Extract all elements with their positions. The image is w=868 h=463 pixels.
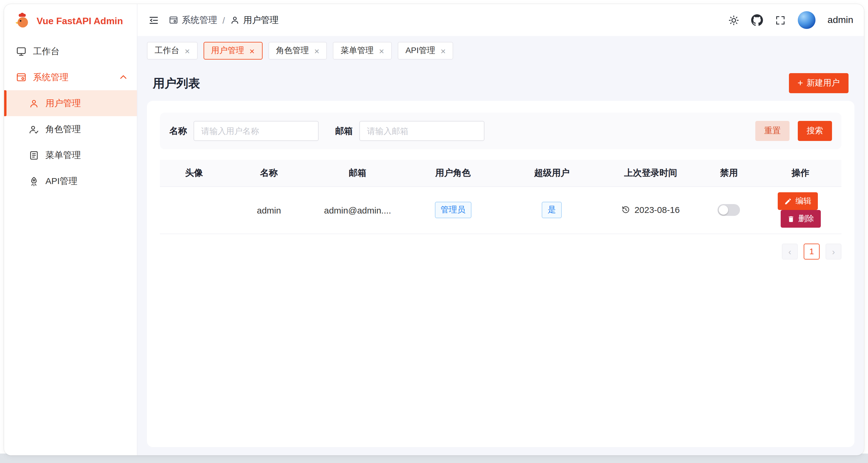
col-email: 邮箱 xyxy=(310,160,405,187)
tab-label: 用户管理 xyxy=(211,45,244,56)
sidebar-item-label: 角色管理 xyxy=(45,124,81,135)
github-icon xyxy=(751,14,763,26)
pagination-next-button[interactable]: › xyxy=(826,243,841,259)
pencil-icon xyxy=(784,197,792,205)
close-icon[interactable]: × xyxy=(185,46,190,55)
disabled-toggle[interactable] xyxy=(718,204,740,216)
role-badge: 管理员 xyxy=(435,202,471,218)
clock-history-icon xyxy=(621,205,630,214)
search-button[interactable]: 搜索 xyxy=(798,121,832,141)
user-list-card: 名称 邮箱 重置 搜索 xyxy=(147,101,855,447)
add-user-button[interactable]: + 新建用户 xyxy=(788,73,848,93)
tab-api[interactable]: API管理 × xyxy=(398,42,454,60)
col-last-login: 上次登录时间 xyxy=(603,160,698,187)
close-icon[interactable]: × xyxy=(314,46,319,55)
sidebar-item-workbench[interactable]: 工作台 xyxy=(4,38,137,64)
tab-workbench[interactable]: 工作台 × xyxy=(147,42,198,60)
page-header: 用户列表 + 新建用户 xyxy=(147,64,855,101)
cell-last-login: 2023-08-16 xyxy=(603,187,698,234)
cell-superuser: 是 xyxy=(501,187,603,234)
cell-actions: 编辑 删除 xyxy=(760,187,841,234)
pagination-prev-button[interactable]: ‹ xyxy=(782,243,798,259)
fullscreen-button[interactable] xyxy=(775,14,786,26)
sidebar-item-users[interactable]: 用户管理 xyxy=(4,90,137,116)
col-avatar: 头像 xyxy=(160,160,228,187)
sidebar-item-label: 系统管理 xyxy=(33,72,68,83)
logo[interactable]: Vue FastAPI Admin xyxy=(4,4,137,38)
app-window: Vue FastAPI Admin 工作台 系统管理 xyxy=(4,4,864,455)
github-link-button[interactable] xyxy=(751,14,763,26)
sidebar-menu: 工作台 系统管理 用户管理 xyxy=(4,38,137,194)
sidebar-item-menus[interactable]: 菜单管理 xyxy=(4,142,137,168)
cell-name: admin xyxy=(228,187,310,234)
sidebar-item-label: API管理 xyxy=(45,175,77,187)
breadcrumb-item-system[interactable]: 系统管理 xyxy=(169,14,217,26)
breadcrumb-label: 系统管理 xyxy=(182,14,217,26)
rocket-icon xyxy=(29,176,39,186)
pagination-page-1[interactable]: 1 xyxy=(804,243,819,259)
delete-label: 删除 xyxy=(798,213,814,224)
user-check-icon xyxy=(29,124,39,134)
edit-button[interactable]: 编辑 xyxy=(778,192,818,210)
cell-email: admin@admin.... xyxy=(310,187,405,234)
avatar[interactable] xyxy=(798,11,816,29)
name-filter-input[interactable] xyxy=(193,121,319,141)
superuser-badge: 是 xyxy=(542,202,562,218)
tab-label: 菜单管理 xyxy=(341,45,374,56)
monitor-icon xyxy=(16,46,27,57)
tab-label: 工作台 xyxy=(155,45,179,56)
user-icon xyxy=(29,98,39,108)
username[interactable]: admin xyxy=(828,15,853,25)
sidebar-collapse-button[interactable] xyxy=(148,14,159,26)
sidebar-item-label: 工作台 xyxy=(33,46,60,57)
tab-users[interactable]: 用户管理 × xyxy=(204,42,262,60)
col-disabled: 禁用 xyxy=(699,160,760,187)
close-icon[interactable]: × xyxy=(379,46,384,55)
breadcrumb: 系统管理 / 用户管理 xyxy=(169,14,279,26)
breadcrumb-separator: / xyxy=(222,15,225,25)
col-role: 用户角色 xyxy=(405,160,501,187)
col-superuser: 超级用户 xyxy=(501,160,603,187)
fullscreen-icon xyxy=(775,14,786,26)
table-row: admin admin@admin.... 管理员 是 xyxy=(160,187,841,234)
menu-fold-icon xyxy=(148,14,159,26)
last-login-value: 2023-08-16 xyxy=(634,204,679,214)
col-actions: 操作 xyxy=(760,160,841,187)
plus-icon: + xyxy=(798,78,803,88)
name-filter-label: 名称 xyxy=(169,125,187,136)
filter-bar: 名称 邮箱 重置 搜索 xyxy=(160,113,841,149)
sidebar-item-api[interactable]: API管理 xyxy=(4,168,137,194)
app-root: Vue FastAPI Admin 工作台 系统管理 xyxy=(0,0,868,463)
content-area: 用户列表 + 新建用户 名称 邮箱 重置 搜索 xyxy=(137,64,864,455)
app-title: Vue FastAPI Admin xyxy=(37,16,123,27)
tab-label: 角色管理 xyxy=(276,45,309,56)
tabs-bar: 工作台 × 用户管理 × 角色管理 × 菜单管理 × API管理 × xyxy=(137,36,864,64)
page-title: 用户列表 xyxy=(153,75,200,91)
delete-button[interactable]: 删除 xyxy=(780,210,820,228)
tab-menus[interactable]: 菜单管理 × xyxy=(333,42,392,60)
sidebar-item-system[interactable]: 系统管理 xyxy=(4,64,137,90)
email-filter-input[interactable] xyxy=(359,121,485,141)
table-header-row: 头像 名称 邮箱 用户角色 超级用户 上次登录时间 禁用 操作 xyxy=(160,160,841,187)
sidebar-item-label: 菜单管理 xyxy=(45,150,81,161)
close-icon[interactable]: × xyxy=(250,46,255,55)
edit-label: 编辑 xyxy=(796,196,811,206)
cell-avatar xyxy=(160,187,228,234)
cell-role: 管理员 xyxy=(405,187,501,234)
tab-label: API管理 xyxy=(405,45,435,56)
sidebar: Vue FastAPI Admin 工作台 系统管理 xyxy=(4,4,137,455)
col-name: 名称 xyxy=(228,160,310,187)
reset-button[interactable]: 重置 xyxy=(755,121,789,141)
rooster-logo-icon xyxy=(13,12,31,30)
header-actions: admin xyxy=(728,11,853,29)
pagination: ‹ 1 › xyxy=(160,243,841,259)
breadcrumb-item-users[interactable]: 用户管理 xyxy=(230,14,279,26)
sidebar-item-roles[interactable]: 角色管理 xyxy=(4,116,137,142)
toggle-knob xyxy=(719,205,728,215)
close-icon[interactable]: × xyxy=(440,46,446,55)
tab-roles[interactable]: 角色管理 × xyxy=(268,42,327,60)
user-icon xyxy=(230,15,240,25)
sun-icon xyxy=(728,14,740,26)
theme-toggle-button[interactable] xyxy=(728,14,740,26)
sidebar-item-label: 用户管理 xyxy=(45,98,81,109)
